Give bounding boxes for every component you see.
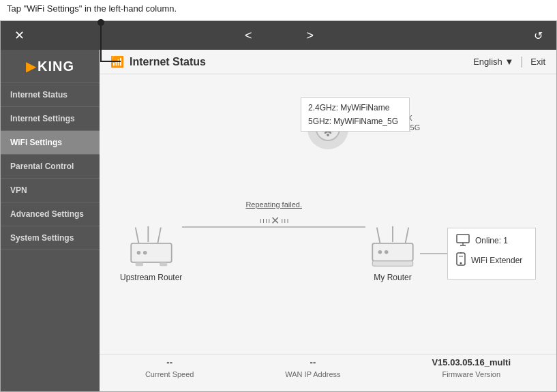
upstream-router-icon [124,224,179,269]
svg-line-4 [157,228,161,243]
dropdown-item-1[interactable]: 2.4GHz: MyWiFiName [301,101,409,115]
svg-point-7 [143,251,147,255]
diagram-area: Upstream Router Repeating failed. ı ı ı … [120,156,536,350]
extender-box: Online: 1 WiFi Exten [447,228,536,280]
x-symbol: ✕ [271,214,280,227]
nav-buttons: < > [238,29,320,43]
svg-point-1 [327,134,329,136]
monitor-icon [456,234,470,248]
status-bar: -- Current Speed -- WAN IP Address V15.0… [100,354,556,391]
extender-connection-line [420,253,447,254]
header-right: English ▼ Exit [473,57,545,67]
panel-header: 📶 Internet Status English ▼ Exit [100,50,556,74]
header-divider [522,57,522,67]
dropdown-arrow-icon: ▼ [505,57,513,67]
callout-line-horizontal [100,61,121,62]
my-router-label: My Router [374,273,411,282]
online-label: Online: 1 [475,236,508,245]
language-button[interactable]: English ▼ [473,57,513,67]
svg-point-6 [136,251,140,255]
repeating-failed-text[interactable]: Repeating failed. [245,200,302,209]
wan-ip-label: WAN IP Address [285,370,340,378]
dots-right: ı ı ı [281,216,288,224]
x-mark-indicator: ı ı ı ı ✕ ı ı ı [260,214,288,227]
wan-ip-item: -- WAN IP Address [285,357,340,378]
sidebar-item-internet-status[interactable]: Internet Status [1,83,100,107]
sidebar: ▶ KING Internet Status Internet Settings… [1,50,100,391]
my-router-icon [365,224,420,269]
content-area: ▶ KING Internet Status Internet Settings… [1,50,556,391]
svg-point-14 [378,250,382,254]
current-speed-item: -- Current Speed [145,357,194,378]
language-dropdown: 2.4GHz: MyWiFiName 5GHz: MyWiFiName_5G [301,97,410,132]
my-router-box: My Router [365,224,420,282]
svg-rect-8 [135,262,142,267]
panel-title-area: 📶 Internet Status [110,55,206,68]
connection-line-area: Repeating failed. ı ı ı ı ✕ ı ı ı [182,226,365,281]
wifi-extender-row: WiFi Extender [456,252,527,269]
current-speed-label: Current Speed [145,370,194,378]
main-panel: 📶 Internet Status English ▼ Exit 2.4GHz:… [100,50,556,391]
top-bar: ✕ < > ↺ [1,21,556,50]
current-speed-value: -- [166,357,172,367]
svg-point-21 [460,262,462,264]
instruction-text: Tap "WiFi Settings" in the left-hand col… [7,3,177,14]
callout-line-vertical [100,26,102,61]
sidebar-logo: ▶ KING [1,50,100,83]
logo-arrow-icon: ▶ [26,58,36,74]
svg-line-2 [135,228,138,243]
callout-dot [97,19,104,26]
firmware-value: V15.03.05.16_multi [432,357,511,367]
svg-rect-17 [457,235,469,243]
svg-rect-16 [372,261,412,266]
sidebar-item-vpn[interactable]: VPN [1,179,100,202]
svg-rect-9 [160,262,167,267]
extender-device-icon [456,252,466,269]
sidebar-item-system-settings[interactable]: System Settings [1,226,100,250]
wifi-extender-label: WiFi Extender [471,256,522,265]
logo-text: KING [37,59,74,74]
firmware-label: Firmware Version [442,370,500,378]
main-window: ✕ < > ↺ ▶ KING Internet Status Internet … [0,20,557,392]
upstream-router-label: Upstream Router [120,273,182,282]
exit-button[interactable]: Exit [530,57,545,67]
dots-left: ı ı ı ı [260,216,269,224]
sidebar-item-advanced-settings[interactable]: Advanced Settings [1,202,100,226]
panel-title-text: Internet Status [130,56,206,68]
svg-line-12 [406,228,409,243]
sidebar-item-parental-control[interactable]: Parental Control [1,155,100,179]
refresh-button[interactable]: ↺ [534,29,543,42]
sidebar-item-wifi-settings[interactable]: WiFi Settings [1,131,100,155]
upstream-router-box: Upstream Router [120,224,182,282]
online-row: Online: 1 [456,234,527,248]
close-button[interactable]: ✕ [14,28,25,43]
svg-point-15 [385,250,389,254]
forward-button[interactable]: > [300,29,321,43]
wan-ip-value: -- [310,357,316,367]
firmware-item: V15.03.05.16_multi Firmware Version [432,357,511,378]
dropdown-item-2[interactable]: 5GHz: MyWiFiName_5G [301,115,409,128]
svg-line-10 [377,228,380,243]
back-button[interactable]: < [238,29,259,43]
sidebar-item-internet-settings[interactable]: Internet Settings [1,107,100,131]
